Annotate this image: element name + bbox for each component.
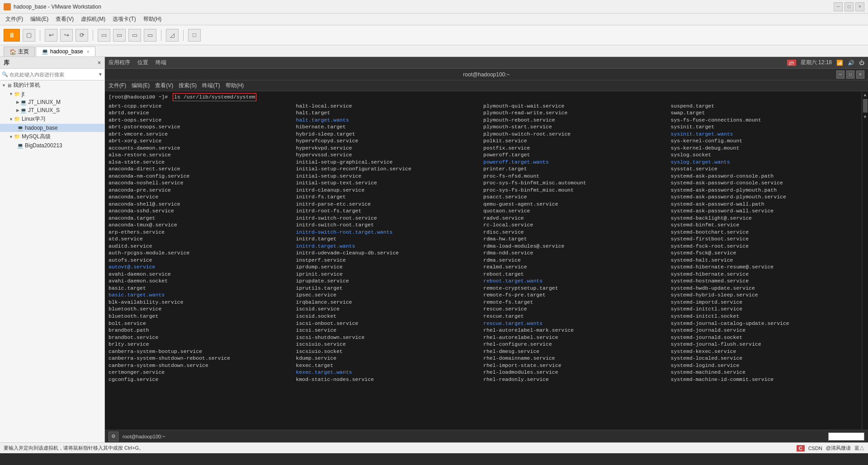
tree-label-jt-linux-m: JT_LINUX_M [28, 99, 61, 105]
terminal-scrollbar[interactable]: ▲ ▼ [862, 91, 868, 430]
file-item: systemd-initctl.socket [671, 313, 859, 320]
forward-button[interactable]: ↪ [60, 29, 73, 42]
tab-home[interactable]: 🏠 主页 [4, 47, 35, 56]
scroll-thumb[interactable] [863, 99, 868, 113]
tree-item-linux-learning[interactable]: ▼ 📁 Linux学习 [0, 114, 104, 124]
menu-help[interactable]: 帮助(H) [140, 14, 165, 24]
folder-mysql-icon: 📁 [14, 134, 20, 140]
computer-icon: 🖥 [7, 83, 12, 88]
term-menu-view[interactable]: 查看(V) [155, 82, 173, 89]
file-item: radvd.service [483, 215, 671, 222]
search-dropdown-arrow[interactable]: ▼ [98, 72, 103, 77]
nav-places[interactable]: 位置 [137, 59, 148, 66]
tree-item-mysql[interactable]: ▼ 📁 MySQL高级 [0, 132, 104, 141]
file-item: auth-rpcgss-module.service [108, 249, 296, 257]
terminal-input-box[interactable] [828, 432, 864, 441]
menu-view[interactable]: 查看(V) [52, 14, 77, 24]
terminal-title-bar: root@hadoop100:~ ─ □ × [105, 69, 868, 80]
terminal-settings-button[interactable]: ⚙ [108, 432, 118, 442]
tab-close-button[interactable]: × [87, 49, 90, 54]
tree-arrow-jt-linux-m: ▶ [16, 100, 19, 104]
file-item: realmd.service [483, 263, 671, 271]
library-search-input[interactable] [9, 72, 98, 77]
file-item: cgconfig.service [108, 376, 296, 383]
file-item: atd.service [108, 235, 296, 243]
menu-file[interactable]: 文件(F) [2, 14, 27, 24]
file-item: blk-availability.service [108, 299, 296, 306]
file-item: rhel-dmesg.service [483, 348, 671, 355]
term-menu-edit[interactable]: 编辑(E) [132, 82, 150, 89]
file-item: systemd-importd.service [671, 299, 859, 306]
nav-terminal[interactable]: 终端 [156, 59, 166, 66]
terminal-maximize-button[interactable]: □ [846, 70, 854, 79]
library-search-bar: 🔍 ▼ [0, 69, 104, 80]
refresh-button[interactable]: ⟳ [75, 29, 88, 42]
tree-label-jt: jt [22, 91, 24, 97]
folder-linux-icon: 📁 [14, 116, 20, 122]
tree-label-mysql: MySQL高级 [22, 133, 51, 141]
file-item: plymouth-read-write.service [483, 109, 671, 117]
tree-label-linux-learning: Linux学习 [22, 115, 46, 123]
tree-item-my-computer[interactable]: ▼ 🖥 我的计算机 [0, 80, 104, 90]
file-item: hybrid-sleep.target [296, 131, 484, 138]
back-button[interactable]: ↩ [45, 29, 57, 42]
view-btn-2[interactable]: ▭ [113, 29, 126, 42]
tree-item-bigdata[interactable]: 💻 BigData200213 [0, 141, 104, 150]
file-item: systemd-ask-password-plymouth.service [671, 193, 859, 201]
library-header: 库 × [0, 57, 104, 69]
term-menu-help[interactable]: 帮助(H) [226, 82, 244, 89]
file-item: systemd-localed.service [671, 355, 859, 362]
file-listing: abrt-ccpp.service abrtd.service abrt-oop… [108, 103, 858, 383]
file-item: hypervfcopyd.service [296, 137, 484, 145]
term-menu-search[interactable]: 搜索(S) [179, 82, 197, 89]
file-item: syslog.socket [671, 151, 859, 159]
view-btn-4[interactable]: ▭ [144, 29, 156, 42]
terminal-close-button[interactable]: × [856, 70, 864, 79]
file-col-3: plymouth-quit-wait.service plymouth-read… [483, 103, 671, 383]
library-panel: 库 × 🔍 ▼ ▼ 🖥 我的计算机 ▼ 📁 jt [0, 57, 105, 442]
maximize-button[interactable]: □ [844, 2, 854, 11]
close-button[interactable]: × [855, 2, 864, 11]
scroll-down-button[interactable]: ▼ [863, 113, 868, 120]
file-item: postfix.service [483, 145, 671, 152]
terminal-content[interactable]: [root@hadoop100 ~]# ls /usr/lib/systemd/… [105, 91, 862, 430]
vm-hadoop-icon: 💻 [17, 125, 24, 131]
view-btn-3[interactable]: ▭ [128, 29, 141, 42]
file-item: sysstat.service [671, 165, 859, 173]
file-item: systemd-journal-catalog-update.service [671, 320, 859, 327]
nav-apps[interactable]: 应用程序 [108, 59, 130, 66]
terminal-machine-label: root@hadoop100:~ [123, 434, 165, 439]
file-item-syslog-wants: syslog.target.wants [671, 159, 859, 166]
tab-home-label: 主页 [18, 48, 29, 56]
display-button[interactable]: □ [188, 29, 201, 42]
tree-item-jt-linux-m[interactable]: ▶ 💻 JT_LINUX_M [0, 98, 104, 106]
file-item: initrd-root-fs.target [296, 207, 484, 215]
tab-hadoop-label: hadoop_base [50, 48, 83, 55]
term-menu-file[interactable]: 文件(F) [108, 82, 126, 89]
fullscreen-button[interactable]: ◿ [166, 29, 179, 42]
scroll-up-button[interactable]: ▲ [863, 91, 868, 98]
menu-tabs[interactable]: 选项卡(T) [109, 14, 139, 24]
menu-vm[interactable]: 虚拟机(M) [77, 14, 109, 24]
tab-hadoop-base[interactable]: 💻 hadoop_base × [36, 47, 95, 56]
file-item: systemd-journald.service [671, 327, 859, 334]
pause-button[interactable]: ⏸ [4, 29, 20, 42]
tree-item-hadoop-base[interactable]: 💻 hadoop_base [0, 124, 104, 132]
file-item: bolt.service [108, 320, 296, 327]
file-item: suspend.target [671, 103, 859, 110]
status-right-area: C CSDN @清风微读 蓝△ [797, 445, 864, 451]
term-menu-terminal[interactable]: 终端(T) [202, 82, 220, 89]
file-item: hypervvssd.service [296, 151, 484, 159]
library-close-button[interactable]: × [98, 60, 101, 66]
tree-item-jt-linux-s[interactable]: ▶ 💻 JT_LINUX_S [0, 106, 104, 114]
minimize-button[interactable]: ─ [834, 2, 843, 11]
file-item: proc-sys-fs-binfmt_misc.automount [483, 179, 671, 187]
menu-edit[interactable]: 编辑(E) [27, 14, 52, 24]
view-btn-1[interactable]: ▭ [98, 29, 110, 42]
menu-bar: 文件(F) 编辑(E) 查看(V) 虚拟机(M) 选项卡(T) 帮助(H) [0, 14, 868, 25]
tree-item-jt[interactable]: ▼ 📁 jt [0, 90, 104, 98]
stop-button[interactable]: ▢ [23, 29, 35, 42]
terminal-minimize-button[interactable]: ─ [836, 70, 844, 79]
file-item-basic-wants: basic.target.wants [108, 291, 296, 299]
file-item: irqbalance.service [296, 299, 484, 306]
